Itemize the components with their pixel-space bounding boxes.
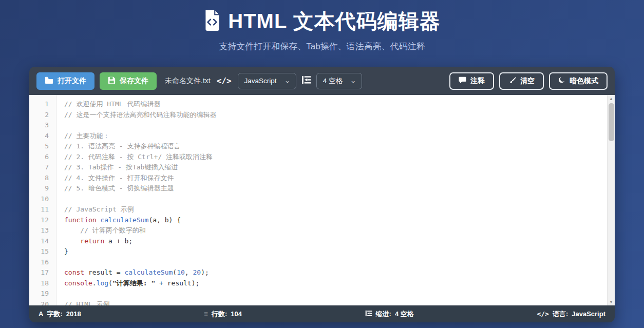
code-line [64,288,615,299]
chevron-down-icon: ⌄ [284,78,291,84]
save-file-label: 保存文件 [120,76,148,86]
code-line: // 主要功能： [64,131,615,142]
code-line [64,257,615,268]
vertical-scrollbar[interactable]: ▲ ▼ [607,95,615,305]
editor-card: 打开文件 保存文件 未命名文件.txt </> JavaScript [29,67,615,322]
line-number: 1 [29,99,49,110]
line-number: 4 [29,131,49,142]
folder-open-icon [45,76,53,86]
dark-mode-button[interactable]: 暗色模式 [549,72,608,90]
line-number: 16 [29,257,49,268]
char-count-status: A 字数: 2018 [39,310,81,319]
language-label: 语言: [553,310,568,319]
save-file-button[interactable]: 保存文件 [100,72,157,90]
line-number: 19 [29,288,49,299]
char-count-value: 2018 [66,310,81,318]
comment-button[interactable]: 注释 [449,72,494,90]
dark-mode-label: 暗色模式 [570,76,598,86]
char-count-label: 字数: [47,310,62,319]
code-line: // 4. 文件操作 - 打开和保存文件 [64,173,615,184]
letter-a-icon: A [39,310,43,318]
chevron-down-icon: ⌄ [350,78,356,84]
open-file-label: 打开文件 [58,76,86,86]
page-title: HTML 文本代码编辑器 [228,7,440,35]
current-filename: 未命名文件.txt [165,76,211,86]
code-line: function calculateSum(a, b) { [64,215,615,226]
indent-icon [365,310,372,318]
line-count-label: 行数: [212,310,227,319]
line-number: 3 [29,120,49,131]
scroll-down-arrow[interactable]: ▼ [608,298,615,305]
save-icon [108,76,116,86]
line-count-status: ≡ 行数: 104 [204,310,242,319]
code-line [64,194,615,205]
indent-select-value: 4 空格 [323,76,343,86]
open-file-button[interactable]: 打开文件 [36,72,94,90]
code-line: // 2. 代码注释 - 按 Ctrl+/ 注释或取消注释 [64,152,615,163]
code-line [64,120,615,131]
line-number: 20 [29,299,49,306]
status-bar: A 字数: 2018 ≡ 行数: 104 [29,305,615,322]
line-number: 18 [29,278,49,289]
line-count-value: 104 [231,310,242,318]
page-header: HTML 文本代码编辑器 支持文件打开和保存、Tab操作、语法高亮、代码注释 [0,0,644,52]
code-line: return a + b; [64,236,615,247]
line-number: 14 [29,236,49,247]
language-status: </> 语言: JavaScript [537,310,605,319]
code-line: } [64,246,615,257]
line-number: 6 [29,152,49,163]
line-number-gutter: 1234567891011121314151617181920 [29,95,56,305]
comment-label: 注释 [470,76,485,86]
line-number: 15 [29,246,49,257]
file-code-icon [203,10,221,33]
language-select-value: JavaScript [244,77,277,85]
line-number: 12 [29,215,49,226]
line-number: 8 [29,173,49,184]
code-line: console.log("计算结果: " + result); [64,278,615,289]
code-line: // 1. 语法高亮 - 支持多种编程语言 [64,141,615,152]
code-editor: 1234567891011121314151617181920 // 欢迎使用 … [29,95,615,305]
code-line: // 5. 暗色模式 - 切换编辑器主题 [64,183,615,194]
indent-value: 4 空格 [395,310,414,319]
clear-label: 清空 [520,76,535,86]
language-value: JavaScript [572,310,605,318]
page-background: HTML 文本代码编辑器 支持文件打开和保存、Tab操作、语法高亮、代码注释 打… [0,0,644,328]
line-number: 2 [29,110,49,121]
comment-bubble-icon [459,76,466,85]
code-line: const result = calculateSum(10, 20); [64,267,615,278]
page-subtitle: 支持文件打开和保存、Tab操作、语法高亮、代码注释 [0,41,644,52]
moon-icon [558,76,565,85]
code-area[interactable]: // 欢迎使用 HTML 代码编辑器// 这是一个支持语法高亮和代码注释功能的编… [56,95,615,305]
scrollbar-thumb[interactable] [609,103,614,141]
line-number: 7 [29,162,49,173]
indent-icon [301,75,311,86]
line-number: 9 [29,183,49,194]
code-line: // 计算两个数字的和 [64,225,615,236]
line-number: 10 [29,194,49,205]
line-number: 17 [29,267,49,278]
scroll-up-arrow[interactable]: ▲ [608,95,615,102]
code-icon: </> [217,76,232,86]
lines-icon: ≡ [204,310,208,318]
code-line: // JavaScript 示例 [64,204,615,215]
code-line: // HTML 示例 [64,299,615,306]
code-line: // 这是一个支持语法高亮和代码注释功能的编辑器 [64,110,615,121]
clear-button[interactable]: 清空 [499,72,544,90]
indent-label: 缩进: [376,310,391,319]
line-number: 11 [29,204,49,215]
toolbar: 打开文件 保存文件 未命名文件.txt </> JavaScript [29,67,615,95]
line-number: 13 [29,225,49,236]
code-line: // 欢迎使用 HTML 代码编辑器 [64,99,615,110]
language-select[interactable]: JavaScript ⌄ [238,73,296,89]
code-icon: </> [537,310,548,318]
indent-status: 缩进: 4 空格 [365,310,414,319]
line-number: 5 [29,141,49,152]
brush-icon [508,76,516,86]
indent-select[interactable]: 4 空格 ⌄ [316,73,362,89]
code-line: // 3. Tab操作 - 按Tab键插入缩进 [64,162,615,173]
